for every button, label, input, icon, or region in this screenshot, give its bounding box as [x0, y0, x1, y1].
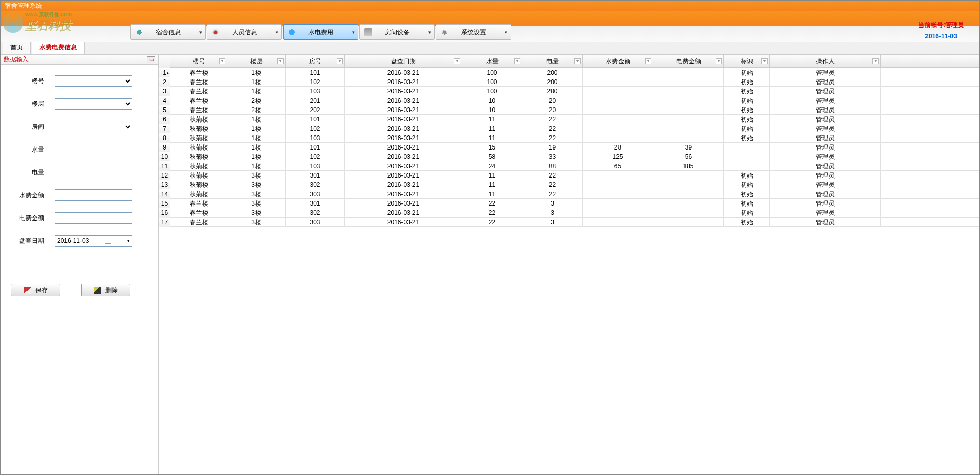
- filter-icon[interactable]: ▾: [716, 58, 722, 64]
- col-header-标识[interactable]: 标识▾: [724, 55, 770, 68]
- col-header-楼层[interactable]: 楼层▾: [227, 55, 286, 68]
- cell: 1楼: [227, 161, 286, 171]
- calendar-icon: [105, 238, 111, 244]
- cell: [653, 105, 724, 115]
- row-number[interactable]: 10: [159, 152, 170, 161]
- col-header-电量[interactable]: 电量▾: [522, 55, 583, 68]
- table-row[interactable]: 7秋菊楼1楼1022016-03-211122初始管理员: [159, 124, 979, 133]
- col-header-房号[interactable]: 房号▾: [286, 55, 345, 68]
- cell: 初始: [724, 189, 770, 199]
- panel-collapse-button[interactable]: ▭: [147, 56, 155, 63]
- field-电量[interactable]: [55, 167, 132, 178]
- row-number[interactable]: 12: [159, 171, 170, 180]
- cell: 103: [286, 133, 345, 143]
- toolbar-equip[interactable]: 房间设备▾: [359, 24, 435, 40]
- cell: 11: [462, 124, 522, 133]
- cell: 2016-03-21: [345, 77, 462, 87]
- col-header-电费金额[interactable]: 电费金额▾: [653, 55, 724, 68]
- row-number[interactable]: 4: [159, 96, 170, 105]
- cell: 管理员: [770, 180, 881, 189]
- cell: 2016-03-21: [345, 133, 462, 143]
- field-盘查日期[interactable]: 2016-11-03▾: [55, 235, 132, 247]
- col-header-水费金额[interactable]: 水费金额▾: [583, 55, 653, 68]
- cell: [653, 68, 724, 77]
- col-header-盘查日期[interactable]: 盘查日期▾: [345, 55, 462, 68]
- cell: 22: [522, 133, 583, 143]
- col-header-楼号[interactable]: 楼号▾: [170, 55, 227, 68]
- cell: 39: [653, 143, 724, 152]
- save-icon: [24, 287, 31, 294]
- row-number[interactable]: 17: [159, 218, 170, 227]
- filter-icon[interactable]: ▾: [872, 58, 879, 64]
- field-水量[interactable]: [55, 144, 132, 155]
- col-header-水量[interactable]: 水量▾: [462, 55, 522, 68]
- table-row[interactable]: 1春兰楼1楼1012016-03-21100200初始管理员: [159, 68, 979, 77]
- filter-icon[interactable]: ▾: [454, 58, 460, 64]
- table-row[interactable]: 8秋菊楼1楼1032016-03-211122初始管理员: [159, 133, 979, 143]
- row-number[interactable]: 15: [159, 199, 170, 208]
- cell: 19: [522, 143, 583, 152]
- toolbar-sys[interactable]: 系统设置▾: [436, 24, 511, 40]
- col-header-操作人[interactable]: 操作人▾: [770, 55, 881, 68]
- row-number[interactable]: 13: [159, 180, 170, 189]
- row-number[interactable]: 6: [159, 115, 170, 124]
- table-row[interactable]: 16春兰楼3楼3022016-03-21223初始管理员: [159, 208, 979, 218]
- cell: [653, 180, 724, 189]
- row-number[interactable]: 16: [159, 208, 170, 218]
- delete-button[interactable]: 删除: [81, 284, 130, 296]
- cell: [653, 218, 724, 227]
- toolbar-staff[interactable]: 人员信息▾: [207, 24, 282, 40]
- cell: 3: [522, 218, 583, 227]
- cell: 301: [286, 199, 345, 208]
- cell: 20: [522, 105, 583, 115]
- cell: 1楼: [227, 133, 286, 143]
- cell: 初始: [724, 87, 770, 96]
- table-row[interactable]: 5春兰楼2楼2022016-03-211020初始管理员: [159, 105, 979, 115]
- filter-icon[interactable]: ▾: [574, 58, 581, 64]
- filter-icon[interactable]: ▾: [645, 58, 651, 64]
- field-楼号[interactable]: [55, 75, 132, 87]
- row-number[interactable]: 1: [159, 68, 170, 77]
- cell: 管理员: [770, 77, 881, 87]
- filter-icon[interactable]: ▾: [337, 58, 343, 64]
- table-row[interactable]: 3春兰楼1楼1032016-03-21100200初始管理员: [159, 87, 979, 96]
- cell: 2楼: [227, 105, 286, 115]
- field-房间[interactable]: [55, 121, 132, 132]
- table-row[interactable]: 10秋菊楼1楼1022016-03-21583312556管理员: [159, 152, 979, 161]
- filter-icon[interactable]: ▾: [219, 58, 225, 64]
- table-row[interactable]: 15春兰楼3楼3012016-03-21223初始管理员: [159, 199, 979, 208]
- filter-icon[interactable]: ▾: [761, 58, 768, 64]
- table-row[interactable]: 6秋菊楼1楼1012016-03-211122初始管理员: [159, 115, 979, 124]
- field-电费金额[interactable]: [55, 212, 132, 224]
- field-楼层[interactable]: [55, 98, 132, 110]
- panel-header: 数据输入 ▭: [1, 55, 158, 65]
- row-number[interactable]: 5: [159, 105, 170, 115]
- toolbar-util[interactable]: 水电费用▾: [283, 24, 358, 40]
- row-number[interactable]: 14: [159, 189, 170, 199]
- tab-水费电费信息[interactable]: 水费电费信息: [32, 40, 85, 54]
- row-number[interactable]: 2: [159, 77, 170, 87]
- save-button[interactable]: 保存: [11, 284, 60, 296]
- filter-icon[interactable]: ▾: [514, 58, 520, 64]
- cell: 20: [522, 96, 583, 105]
- row-number[interactable]: 9: [159, 143, 170, 152]
- filter-icon[interactable]: ▾: [277, 58, 284, 64]
- table-row[interactable]: 12秋菊楼3楼3012016-03-211122初始管理员: [159, 171, 979, 180]
- row-number[interactable]: 11: [159, 161, 170, 171]
- row-number[interactable]: 8: [159, 133, 170, 143]
- cell: 88: [522, 161, 583, 171]
- cell: 3楼: [227, 199, 286, 208]
- row-number[interactable]: 7: [159, 124, 170, 133]
- table-row[interactable]: 11秋菊楼1楼1032016-03-21248865185管理员: [159, 161, 979, 171]
- table-row[interactable]: 2春兰楼1楼1022016-03-21100200初始管理员: [159, 77, 979, 87]
- row-number[interactable]: 3: [159, 87, 170, 96]
- table-row[interactable]: 17春兰楼3楼3032016-03-21223初始管理员: [159, 218, 979, 227]
- cell: 2016-03-21: [345, 143, 462, 152]
- table-row[interactable]: 9秋菊楼1楼1012016-03-2115192839管理员: [159, 143, 979, 152]
- tab-首页[interactable]: 首页: [3, 40, 31, 54]
- toolbar-dorm[interactable]: 宿舍信息▾: [130, 24, 206, 40]
- field-水费金额[interactable]: [55, 189, 132, 201]
- table-row[interactable]: 14秋菊楼3楼3032016-03-211122初始管理员: [159, 189, 979, 199]
- table-row[interactable]: 4春兰楼2楼2012016-03-211020初始管理员: [159, 96, 979, 105]
- table-row[interactable]: 13秋菊楼3楼3022016-03-211122初始管理员: [159, 180, 979, 189]
